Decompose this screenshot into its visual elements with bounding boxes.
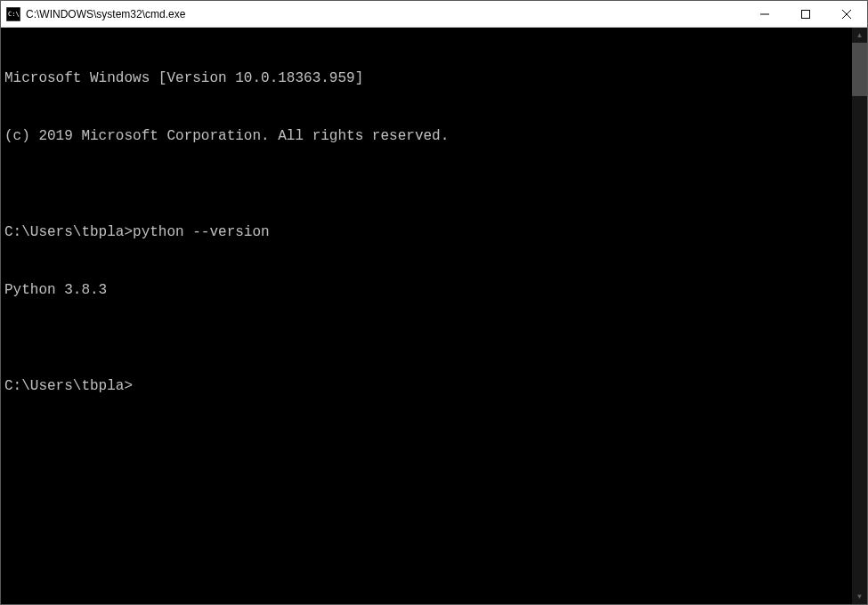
scroll-up-arrow-icon[interactable]: ▲ — [852, 28, 867, 43]
maximize-button[interactable] — [785, 1, 826, 27]
window-controls — [744, 1, 867, 27]
terminal-line: Microsoft Windows [Version 10.0.18363.95… — [4, 69, 848, 89]
cmd-window: C:\ C:\WINDOWS\system32\cmd.exe Microsof… — [0, 0, 868, 605]
terminal-line: (c) 2019 Microsoft Corporation. All righ… — [4, 127, 848, 147]
terminal-line: Python 3.8.3 — [4, 281, 848, 301]
terminal-line: C:\Users\tbpla>python --version — [4, 223, 848, 243]
window-title: C:\WINDOWS\system32\cmd.exe — [26, 8, 744, 20]
scroll-down-arrow-icon[interactable]: ▼ — [852, 589, 867, 604]
cmd-icon: C:\ — [6, 7, 20, 21]
terminal-line: C:\Users\tbpla> — [4, 377, 848, 397]
minimize-button[interactable] — [744, 1, 785, 27]
terminal-area: Microsoft Windows [Version 10.0.18363.95… — [1, 28, 867, 604]
vertical-scrollbar[interactable]: ▲ ▼ — [852, 28, 867, 604]
scroll-thumb[interactable] — [852, 43, 867, 96]
titlebar[interactable]: C:\ C:\WINDOWS\system32\cmd.exe — [1, 1, 867, 28]
svg-rect-4 — [802, 10, 810, 18]
close-button[interactable] — [826, 1, 867, 27]
terminal-content[interactable]: Microsoft Windows [Version 10.0.18363.95… — [1, 28, 852, 604]
svg-text:C:\: C:\ — [8, 11, 20, 18]
